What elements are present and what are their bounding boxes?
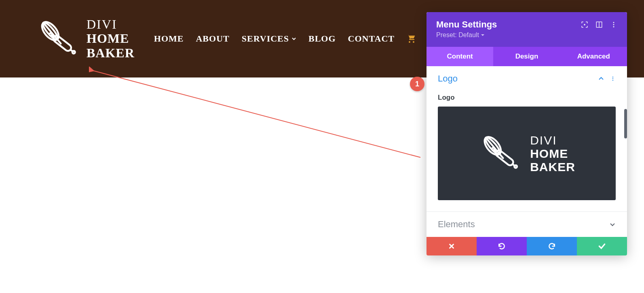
annotation-arrow <box>89 67 424 167</box>
nav-about[interactable]: ABOUT <box>196 33 229 44</box>
tab-design[interactable]: Design <box>493 47 560 66</box>
redo-button[interactable] <box>527 237 577 255</box>
panel-title: Menu Settings <box>436 19 497 30</box>
logo-preview-text: DIVI HOME BAKER <box>530 134 575 174</box>
svg-point-17 <box>613 26 614 27</box>
section-logo: Logo Logo <box>427 66 627 212</box>
cart-icon[interactable] <box>407 34 416 44</box>
logo-text: DIVI HOME BAKER <box>87 17 135 60</box>
svg-point-8 <box>72 50 76 54</box>
svg-point-15 <box>613 22 614 23</box>
annotation-badge-1: 1 <box>410 77 424 91</box>
svg-point-16 <box>613 24 614 25</box>
section-elements-header[interactable]: Elements <box>427 212 627 237</box>
chevron-down-icon[interactable] <box>609 221 616 228</box>
section-elements: Elements <box>427 212 627 237</box>
kebab-icon[interactable] <box>610 76 616 82</box>
settings-panel: Menu Settings Preset: Default Content De <box>427 12 627 255</box>
tab-content[interactable]: Content <box>427 47 493 66</box>
section-logo-header[interactable]: Logo <box>427 66 627 91</box>
undo-button[interactable] <box>477 237 527 255</box>
site-logo[interactable]: DIVI HOME BAKER <box>36 16 135 61</box>
chevron-down-icon <box>291 36 296 41</box>
svg-point-28 <box>492 147 495 151</box>
whisk-rolling-pin-icon <box>36 16 81 61</box>
main-nav: HOME ABOUT SERVICES BLOG CONTACT <box>154 33 437 44</box>
svg-point-19 <box>612 78 613 79</box>
panel-footer <box>427 237 627 255</box>
focus-icon[interactable] <box>581 21 588 28</box>
cancel-button[interactable] <box>427 237 477 255</box>
kebab-icon[interactable] <box>610 21 617 28</box>
logo-upload-preview[interactable]: DIVI HOME BAKER <box>438 107 616 200</box>
save-button[interactable] <box>577 237 627 255</box>
whisk-rolling-pin-icon <box>478 131 523 176</box>
svg-point-12 <box>584 24 585 25</box>
chevron-up-icon[interactable] <box>598 75 604 82</box>
panel-header[interactable]: Menu Settings Preset: Default <box>427 12 627 47</box>
svg-point-20 <box>612 80 613 81</box>
svg-line-11 <box>93 71 420 157</box>
scrollbar[interactable] <box>624 109 627 138</box>
nav-services[interactable]: SERVICES <box>242 33 296 44</box>
nav-blog[interactable]: BLOG <box>308 33 336 44</box>
section-logo-title: Logo <box>438 73 458 84</box>
section-elements-title: Elements <box>438 219 475 230</box>
svg-point-18 <box>612 77 613 77</box>
layout-icon[interactable] <box>595 21 603 28</box>
panel-tabs: Content Design Advanced <box>427 47 627 66</box>
logo-field-label: Logo <box>438 94 616 102</box>
nav-home[interactable]: HOME <box>154 33 184 44</box>
preset-dropdown[interactable]: Preset: Default <box>436 31 617 39</box>
panel-body: Logo Logo <box>427 66 627 237</box>
tab-advanced[interactable]: Advanced <box>560 47 627 66</box>
caret-down-icon <box>481 33 485 37</box>
nav-contact[interactable]: CONTACT <box>348 33 395 44</box>
